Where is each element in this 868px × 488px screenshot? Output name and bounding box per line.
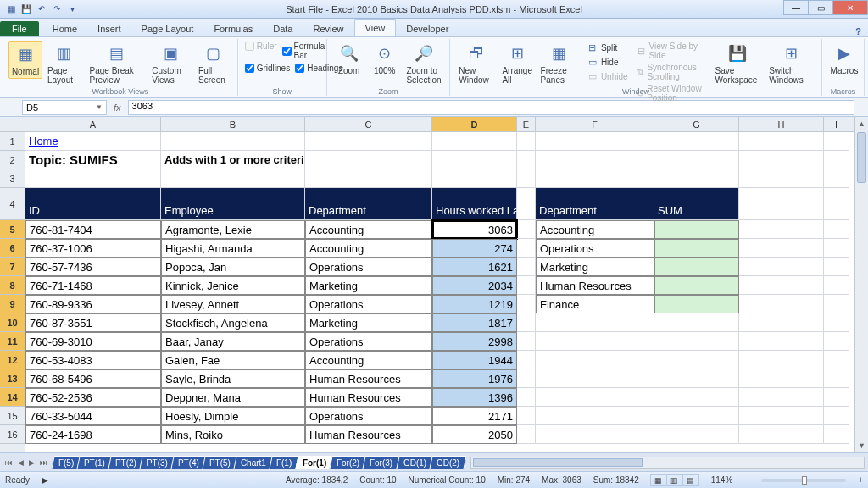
- cell[interactable]: [654, 295, 739, 313]
- cell[interactable]: [739, 425, 824, 444]
- row-header[interactable]: 8: [0, 276, 25, 295]
- cell[interactable]: Operations: [305, 407, 432, 425]
- cell[interactable]: Accounting: [305, 220, 432, 239]
- cell[interactable]: [739, 313, 824, 332]
- zoom-out-icon[interactable]: −: [744, 475, 749, 485]
- tab-next-icon[interactable]: ▶: [27, 458, 36, 467]
- cell[interactable]: 760-68-5496: [25, 369, 161, 388]
- cell[interactable]: 760-87-3551: [25, 313, 161, 332]
- scroll-thumb[interactable]: [857, 132, 866, 183]
- cell[interactable]: [654, 132, 739, 151]
- vertical-scrollbar[interactable]: ▲ ▼: [854, 117, 868, 452]
- cell[interactable]: [739, 388, 824, 407]
- cell[interactable]: Mins, Roiko: [161, 425, 305, 444]
- redo-icon[interactable]: ↷: [51, 3, 63, 15]
- cell[interactable]: 1621: [432, 258, 517, 276]
- cell[interactable]: [517, 332, 536, 351]
- col-header[interactable]: I: [824, 117, 849, 131]
- page-layout-button[interactable]: ▥Page Layout: [44, 41, 85, 86]
- zoom-in-icon[interactable]: +: [858, 475, 863, 485]
- cell[interactable]: [824, 169, 849, 188]
- cell[interactable]: Marketing: [305, 276, 432, 295]
- hide-button[interactable]: ▭Hide: [583, 55, 632, 69]
- cell[interactable]: [824, 220, 849, 239]
- switch-windows-button[interactable]: ⊞Switch Windows: [765, 41, 816, 86]
- cell[interactable]: [824, 132, 849, 151]
- file-tab[interactable]: File: [0, 21, 39, 36]
- cell[interactable]: 2034: [432, 276, 517, 295]
- sheet-tab[interactable]: GD(2): [429, 456, 467, 469]
- cell[interactable]: Higashi, Armanda: [161, 239, 305, 258]
- cell[interactable]: [654, 258, 739, 276]
- cell[interactable]: Accounting: [305, 351, 432, 369]
- cell[interactable]: 2171: [432, 407, 517, 425]
- select-all-corner[interactable]: [0, 117, 25, 132]
- cell[interactable]: ID: [25, 188, 161, 220]
- custom-views-button[interactable]: ▣Custom Views: [148, 41, 193, 86]
- cell[interactable]: [739, 407, 824, 425]
- sheet-tab[interactable]: PT(1): [77, 456, 113, 469]
- cell[interactable]: Human Resources: [305, 388, 432, 407]
- arrange-all-button[interactable]: ⊞Arrange All: [499, 41, 536, 86]
- cell[interactable]: Popoca, Jan: [161, 258, 305, 276]
- cell[interactable]: 760-71-1468: [25, 276, 161, 295]
- normal-view-button[interactable]: ▦Normal: [8, 41, 42, 79]
- tab-prev-icon[interactable]: ◀: [16, 458, 25, 467]
- cell[interactable]: Human Resources: [305, 369, 432, 388]
- col-header[interactable]: B: [161, 117, 305, 131]
- cell[interactable]: [654, 239, 739, 258]
- cell[interactable]: 760-53-4083: [25, 351, 161, 369]
- cell[interactable]: [517, 239, 536, 258]
- sheet-tab[interactable]: PT(5): [203, 456, 238, 469]
- sheet-tab[interactable]: Chart1: [234, 456, 274, 469]
- cells[interactable]: HomeTopic: SUMIFSAdds with 1 or more cri…: [25, 132, 854, 444]
- cell[interactable]: Operations: [536, 239, 654, 258]
- cell[interactable]: [536, 407, 654, 425]
- cell[interactable]: Operations: [305, 295, 432, 313]
- cell[interactable]: 760-89-9336: [25, 295, 161, 313]
- tab-developer[interactable]: Developer: [396, 21, 459, 36]
- cell[interactable]: [536, 369, 654, 388]
- fx-label[interactable]: fx: [107, 103, 128, 113]
- desc-cell[interactable]: Adds with 1 or more criteria: [161, 151, 305, 169]
- row-header[interactable]: 9: [0, 295, 25, 313]
- cell[interactable]: [161, 132, 305, 151]
- page-layout-view-icon[interactable]: ▥: [666, 474, 683, 486]
- cell[interactable]: 1944: [432, 351, 517, 369]
- cell[interactable]: [654, 388, 739, 407]
- cell[interactable]: [654, 332, 739, 351]
- cell[interactable]: Stockfisch, Angelena: [161, 313, 305, 332]
- tab-insert[interactable]: Insert: [87, 21, 131, 36]
- cell[interactable]: [305, 132, 432, 151]
- cell[interactable]: 274: [432, 239, 517, 258]
- cell[interactable]: [739, 332, 824, 351]
- cell[interactable]: [654, 369, 739, 388]
- cell[interactable]: [739, 258, 824, 276]
- cell[interactable]: [517, 295, 536, 313]
- cell[interactable]: Sayle, Brinda: [161, 369, 305, 388]
- cell[interactable]: 760-81-7404: [25, 220, 161, 239]
- row-header[interactable]: 16: [0, 425, 25, 444]
- macros-button[interactable]: ▶Macros: [827, 41, 861, 77]
- sheet-tab[interactable]: For(3): [363, 456, 401, 469]
- cell[interactable]: [654, 407, 739, 425]
- cell[interactable]: [25, 169, 161, 188]
- cell[interactable]: [517, 407, 536, 425]
- qat-dropdown-icon[interactable]: ▾: [66, 3, 78, 15]
- tab-formulas[interactable]: Formulas: [203, 21, 263, 36]
- cell[interactable]: 760-69-3010: [25, 332, 161, 351]
- cell[interactable]: Finance: [536, 295, 654, 313]
- cell[interactable]: Hoesly, Dimple: [161, 407, 305, 425]
- cell[interactable]: [824, 188, 849, 220]
- cell[interactable]: 760-33-5044: [25, 407, 161, 425]
- freeze-panes-button[interactable]: ▦Freeze Panes: [537, 41, 581, 86]
- cell[interactable]: Operations: [305, 332, 432, 351]
- cell[interactable]: [517, 276, 536, 295]
- cell[interactable]: Human Resources: [536, 276, 654, 295]
- cell[interactable]: Agramonte, Lexie: [161, 220, 305, 239]
- cell[interactable]: [739, 169, 824, 188]
- row-header[interactable]: 15: [0, 407, 25, 425]
- tab-review[interactable]: Review: [303, 21, 353, 36]
- minimize-button[interactable]: —: [783, 0, 809, 15]
- new-window-button[interactable]: 🗗New Window: [455, 41, 498, 86]
